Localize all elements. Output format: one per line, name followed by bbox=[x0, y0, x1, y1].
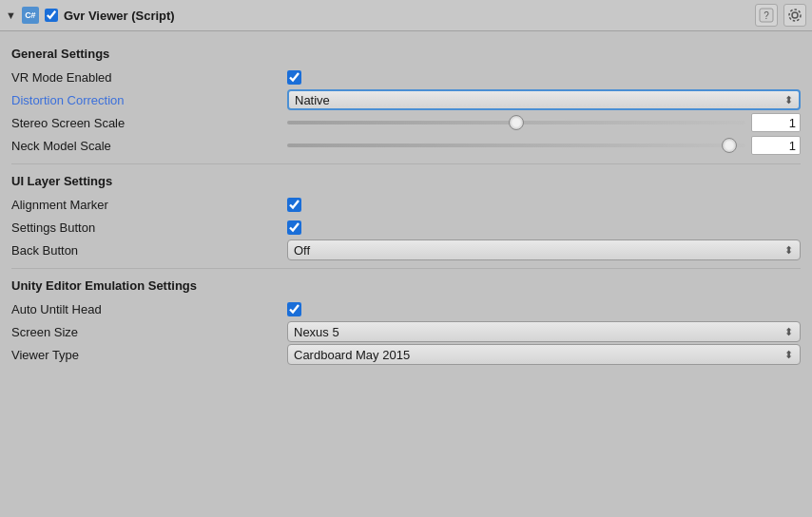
screen-size-control: Nexus 5 Nexus 6 Pixel iPhone 6 bbox=[287, 321, 801, 342]
collapse-arrow[interactable]: ▼ bbox=[6, 10, 16, 21]
alignment-marker-row: Alignment Marker bbox=[11, 194, 801, 215]
help-button[interactable]: ? bbox=[755, 4, 778, 27]
distortion-correction-row: Distortion Correction Native Unity None bbox=[11, 89, 801, 110]
auto-untilt-row: Auto Untilt Head bbox=[11, 298, 801, 319]
vr-mode-row: VR Mode Enabled bbox=[11, 67, 801, 87]
ui-layer-settings-title: UI Layer Settings bbox=[11, 174, 801, 188]
panel-content: General Settings VR Mode Enabled Distort… bbox=[0, 31, 812, 378]
screen-size-dropdown-wrapper: Nexus 5 Nexus 6 Pixel iPhone 6 bbox=[287, 321, 801, 342]
component-enabled-checkbox[interactable] bbox=[45, 9, 58, 22]
distortion-correction-label: Distortion Correction bbox=[11, 93, 287, 107]
divider-2 bbox=[11, 268, 801, 269]
distortion-correction-control: Native Unity None bbox=[287, 89, 801, 110]
settings-button-control bbox=[287, 220, 801, 235]
viewer-type-label: Viewer Type bbox=[11, 348, 287, 362]
alignment-marker-control bbox=[287, 198, 801, 212]
stereo-scale-row: Stereo Screen Scale bbox=[11, 112, 801, 133]
viewer-type-control: Cardboard May 2015 Cardboard I/O 2015 Ca… bbox=[287, 344, 801, 365]
vr-mode-label: VR Mode Enabled bbox=[11, 70, 287, 85]
alignment-marker-label: Alignment Marker bbox=[11, 198, 287, 212]
script-icon: C# bbox=[22, 7, 39, 24]
settings-button[interactable] bbox=[783, 4, 806, 27]
stereo-scale-label: Stereo Screen Scale bbox=[11, 116, 287, 130]
stereo-scale-control bbox=[287, 113, 801, 132]
settings-button-label: Settings Button bbox=[11, 220, 287, 235]
distortion-dropdown-wrapper: Native Unity None bbox=[287, 89, 801, 110]
back-button-dropdown-wrapper: Off On bbox=[287, 239, 801, 260]
neck-scale-slider[interactable] bbox=[287, 144, 745, 147]
viewer-type-row: Viewer Type Cardboard May 2015 Cardboard… bbox=[11, 344, 801, 365]
panel-header: ▼ C# Gvr Viewer (Script) ? bbox=[0, 0, 812, 31]
general-settings-title: General Settings bbox=[11, 47, 801, 61]
back-button-control: Off On bbox=[287, 239, 801, 260]
stereo-scale-slider[interactable] bbox=[287, 121, 745, 124]
neck-scale-row: Neck Model Scale bbox=[11, 135, 801, 156]
settings-button-row: Settings Button bbox=[11, 217, 801, 238]
settings-button-checkbox[interactable] bbox=[287, 220, 301, 235]
vr-mode-control bbox=[287, 70, 801, 85]
gvr-viewer-panel: ▼ C# Gvr Viewer (Script) ? General Setti… bbox=[0, 0, 812, 378]
editor-settings-title: Unity Editor Emulation Settings bbox=[11, 278, 801, 293]
svg-text:?: ? bbox=[764, 10, 769, 21]
distortion-correction-dropdown[interactable]: Native Unity None bbox=[287, 89, 801, 110]
screen-size-label: Screen Size bbox=[11, 325, 287, 339]
vr-mode-checkbox[interactable] bbox=[287, 70, 301, 85]
screen-size-row: Screen Size Nexus 5 Nexus 6 Pixel iPhone… bbox=[11, 321, 801, 342]
neck-scale-value[interactable] bbox=[751, 136, 801, 155]
screen-size-dropdown[interactable]: Nexus 5 Nexus 6 Pixel iPhone 6 bbox=[287, 321, 801, 342]
back-button-label: Back Button bbox=[11, 243, 287, 258]
auto-untilt-label: Auto Untilt Head bbox=[11, 302, 287, 316]
stereo-scale-value[interactable] bbox=[751, 113, 801, 132]
auto-untilt-checkbox[interactable] bbox=[287, 302, 301, 316]
back-button-dropdown[interactable]: Off On bbox=[287, 239, 801, 260]
svg-point-3 bbox=[789, 10, 801, 21]
neck-scale-control bbox=[287, 136, 801, 155]
help-icon: ? bbox=[759, 8, 774, 23]
stereo-scale-slider-wrapper bbox=[287, 113, 801, 132]
viewer-type-dropdown-wrapper: Cardboard May 2015 Cardboard I/O 2015 Ca… bbox=[287, 344, 801, 365]
viewer-type-dropdown[interactable]: Cardboard May 2015 Cardboard I/O 2015 Ca… bbox=[287, 344, 801, 365]
gear-icon bbox=[787, 8, 802, 23]
alignment-marker-checkbox[interactable] bbox=[287, 198, 301, 212]
panel-title: Gvr Viewer (Script) bbox=[64, 9, 749, 23]
divider-1 bbox=[11, 163, 801, 164]
neck-scale-label: Neck Model Scale bbox=[11, 139, 287, 153]
auto-untilt-control bbox=[287, 302, 801, 316]
svg-point-2 bbox=[792, 12, 798, 18]
neck-scale-slider-wrapper bbox=[287, 136, 801, 155]
back-button-row: Back Button Off On bbox=[11, 239, 801, 260]
